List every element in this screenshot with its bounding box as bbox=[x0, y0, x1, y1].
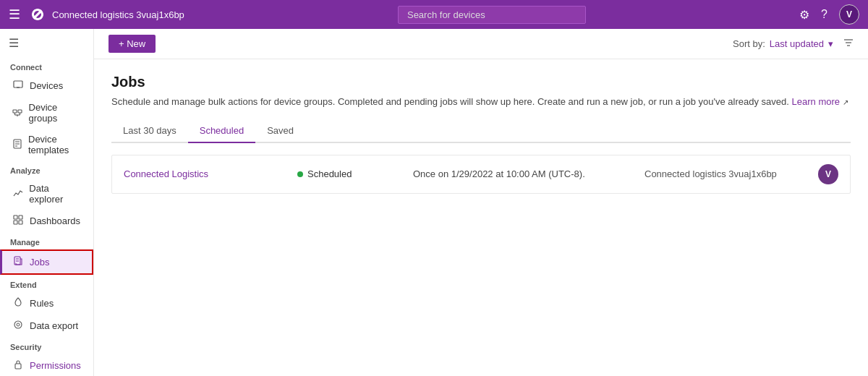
section-extend: Extend bbox=[0, 275, 93, 292]
job-status: Scheduled bbox=[297, 168, 413, 179]
filter-icon[interactable] bbox=[843, 38, 854, 50]
svg-rect-0 bbox=[14, 81, 22, 87]
sidebar-label-device-templates: Device templates bbox=[28, 134, 83, 155]
table-row: Connected Logistics Scheduled Once on 1/… bbox=[111, 155, 851, 194]
page-title: Jobs bbox=[111, 74, 851, 90]
app-name: Connected logistics 3vuaj1x6bp bbox=[52, 9, 184, 20]
job-schedule: Once on 1/29/2022 at 10:00 AM (UTC-8). bbox=[413, 168, 644, 179]
topbar: ☰ Connected logistics 3vuaj1x6bp ⚙ ? V bbox=[0, 0, 868, 29]
app-title-area: ☰ Connected logistics 3vuaj1x6bp bbox=[9, 7, 184, 22]
section-connect: Connect bbox=[0, 57, 93, 74]
permissions-icon bbox=[12, 359, 24, 372]
hamburger-menu[interactable]: ☰ bbox=[9, 7, 20, 22]
sidebar-label-permissions: Permissions bbox=[30, 360, 81, 371]
sidebar-label-jobs: Jobs bbox=[30, 257, 49, 268]
job-user-avatar: V bbox=[818, 164, 838, 184]
job-name[interactable]: Connected Logistics bbox=[124, 168, 297, 179]
section-analyze: Analyze bbox=[0, 161, 93, 178]
search-input[interactable] bbox=[398, 6, 586, 24]
sort-label: Sort by: bbox=[733, 38, 765, 49]
dashboards-icon bbox=[12, 215, 24, 227]
page-desc-text: Schedule and manage bulk actions for dev… bbox=[111, 96, 792, 107]
sidebar-label-rules: Rules bbox=[30, 298, 54, 309]
rules-icon bbox=[12, 297, 24, 309]
sidebar-item-device-templates[interactable]: Device templates bbox=[0, 129, 93, 161]
svg-point-19 bbox=[14, 321, 22, 328]
svg-rect-12 bbox=[14, 215, 17, 219]
device-groups-icon bbox=[12, 107, 23, 119]
section-manage: Manage bbox=[0, 232, 93, 249]
sidebar-label-data-explorer: Data explorer bbox=[29, 183, 83, 205]
settings-icon[interactable]: ⚙ bbox=[799, 8, 809, 22]
new-button[interactable]: + New bbox=[109, 35, 156, 53]
learn-more-link[interactable]: Learn more bbox=[792, 96, 840, 107]
device-templates-icon bbox=[12, 139, 22, 151]
sort-value[interactable]: Last updated bbox=[770, 38, 824, 49]
status-dot bbox=[297, 171, 303, 177]
sidebar-item-data-export[interactable]: Data export bbox=[0, 315, 93, 337]
tabs: Last 30 days Scheduled Saved bbox=[111, 121, 851, 143]
sidebar-label-dashboards: Dashboards bbox=[30, 215, 80, 226]
sidebar-item-dashboards[interactable]: Dashboards bbox=[0, 210, 93, 232]
main-layout: ☰ Connect Devices bbox=[0, 29, 868, 376]
svg-rect-15 bbox=[19, 221, 22, 224]
sidebar-item-device-groups[interactable]: Device groups bbox=[0, 97, 93, 129]
content-toolbar: + New Sort by: Last updated ▾ bbox=[94, 29, 868, 59]
sidebar-item-jobs[interactable]: Jobs bbox=[0, 249, 93, 275]
sort-bar: Sort by: Last updated ▾ bbox=[733, 38, 854, 50]
user-avatar[interactable]: V bbox=[839, 4, 859, 25]
sort-chevron-icon[interactable]: ▾ bbox=[828, 38, 833, 49]
section-security: Security bbox=[0, 337, 93, 354]
help-icon[interactable]: ? bbox=[821, 8, 827, 21]
sidebar-label-device-groups: Device groups bbox=[29, 102, 83, 124]
page-description: Schedule and manage bulk actions for dev… bbox=[111, 95, 851, 109]
sidebar-item-devices[interactable]: Devices bbox=[0, 74, 93, 97]
svg-rect-14 bbox=[14, 221, 17, 224]
topbar-actions: ⚙ ? V bbox=[799, 4, 859, 25]
sidebar-item-rules[interactable]: Rules bbox=[0, 292, 93, 315]
sidebar-label-devices: Devices bbox=[30, 80, 63, 91]
data-export-icon bbox=[12, 320, 24, 332]
svg-rect-13 bbox=[19, 215, 22, 219]
data-explorer-icon bbox=[12, 188, 23, 200]
tab-saved[interactable]: Saved bbox=[255, 121, 305, 143]
external-link-icon: ↗ bbox=[843, 98, 848, 106]
tab-last30[interactable]: Last 30 days bbox=[111, 121, 188, 143]
app-logo bbox=[30, 7, 45, 22]
sidebar-item-data-explorer[interactable]: Data explorer bbox=[0, 178, 93, 210]
search-area bbox=[184, 6, 799, 24]
svg-point-20 bbox=[17, 323, 20, 326]
job-app: Connected logistics 3vuaj1x6bp bbox=[644, 168, 818, 179]
jobs-list: Connected Logistics Scheduled Once on 1/… bbox=[111, 155, 851, 194]
devices-icon bbox=[12, 80, 24, 92]
content-area: + New Sort by: Last updated ▾ Jobs Sched… bbox=[94, 29, 868, 376]
jobs-icon bbox=[12, 256, 24, 268]
sidebar: ☰ Connect Devices bbox=[0, 29, 94, 376]
sidebar-hamburger[interactable]: ☰ bbox=[0, 29, 93, 57]
svg-rect-3 bbox=[18, 110, 22, 113]
svg-rect-2 bbox=[13, 110, 17, 113]
sidebar-label-data-export: Data export bbox=[30, 320, 78, 331]
sidebar-item-permissions[interactable]: Permissions bbox=[0, 354, 93, 376]
page-content: Jobs Schedule and manage bulk actions fo… bbox=[94, 59, 868, 376]
tab-scheduled[interactable]: Scheduled bbox=[188, 121, 255, 143]
svg-rect-21 bbox=[15, 364, 21, 369]
status-text: Scheduled bbox=[307, 168, 352, 179]
